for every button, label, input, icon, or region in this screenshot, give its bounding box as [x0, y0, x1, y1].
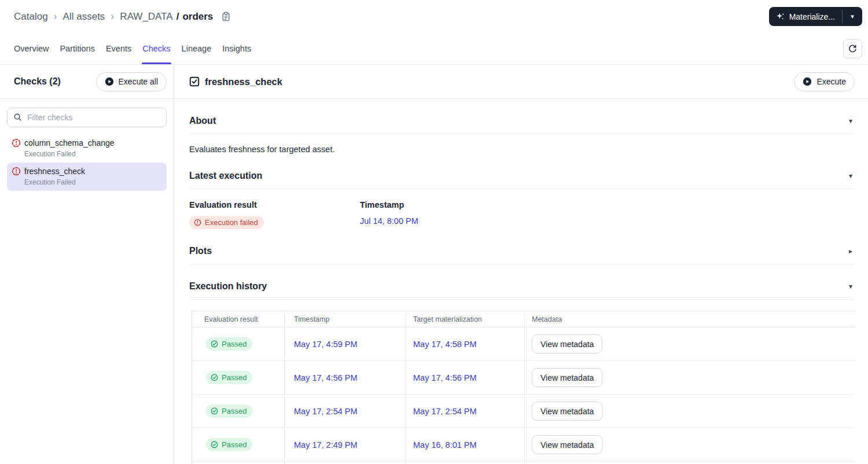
chevron-right-icon: › [54, 11, 57, 21]
asset-key-separator: / [176, 11, 179, 23]
timestamp-link[interactable]: May 17, 4:59 PM [294, 340, 358, 349]
latest-execution-heading: Latest execution [189, 171, 262, 181]
content-area: Checks (2) Execute all [0, 65, 868, 464]
passed-badge: Passed [206, 404, 252, 418]
detail-header: freshness_check Execute [174, 65, 868, 99]
breadcrumb: Catalog › All assets › RAW_DATA / orders [14, 11, 231, 23]
view-metadata-button[interactable]: View metadata [532, 402, 602, 421]
search-icon [13, 113, 22, 124]
check-circle-icon [211, 340, 218, 348]
view-metadata-button[interactable]: View metadata [532, 368, 602, 387]
table-row: Passed May 17, 2:54 PM May 17, 2:54 PM V… [192, 395, 855, 428]
check-title: freshness_check [205, 76, 282, 87]
target-materialization-link[interactable]: May 16, 8:01 PM [413, 440, 477, 450]
asset-tabs: Overview Partitions Events Checks Lineag… [14, 33, 251, 64]
timestamp-link[interactable]: May 17, 4:56 PM [294, 373, 358, 382]
top-bar: Catalog › All assets › RAW_DATA / orders [0, 0, 868, 33]
refresh-button[interactable] [843, 39, 862, 58]
divider [189, 189, 855, 189]
breadcrumb-item-asset[interactable]: RAW_DATA / orders [120, 11, 213, 23]
evaluation-result-column: Evaluation result Exe [189, 200, 360, 229]
breadcrumb-item-all-assets[interactable]: All assets [63, 11, 105, 23]
execution-history-heading: Execution history [189, 281, 267, 292]
breadcrumb-item-catalog[interactable]: Catalog [14, 11, 48, 23]
check-detail-panel: freshness_check Execute About ▾ [174, 65, 868, 464]
section-about: About ▾ Evaluates freshness for targeted… [189, 99, 855, 154]
target-materialization-link[interactable]: May 17, 4:58 PM [413, 340, 477, 349]
execute-all-label: Execute all [119, 77, 158, 86]
table-row-partial [192, 462, 855, 464]
execution-failed-icon [12, 138, 21, 148]
check-status: Execution Failed [24, 150, 162, 158]
caret-down-icon[interactable]: ▾ [849, 172, 855, 180]
tab-lineage[interactable]: Lineage [182, 33, 212, 64]
materialize-button[interactable]: Materialize... [769, 7, 842, 26]
passed-badge-label: Passed [222, 407, 247, 415]
target-materialization-link[interactable]: May 17, 2:54 PM [413, 407, 477, 416]
passed-badge: Passed [206, 438, 252, 451]
asset-key-name: orders [182, 11, 213, 23]
execute-all-button[interactable]: Execute all [96, 72, 167, 91]
execution-failed-badge-label: Execution failed [205, 218, 258, 227]
passed-badge-label: Passed [222, 340, 247, 348]
caret-down-icon[interactable]: ▾ [849, 282, 855, 290]
caret-down-icon[interactable]: ▾ [849, 117, 855, 125]
tab-events[interactable]: Events [106, 33, 131, 64]
materialize-label: Materialize... [789, 12, 835, 21]
plots-section-header[interactable]: Plots ▸ [189, 246, 855, 256]
column-header-target-materialization: Target materialization [406, 311, 525, 327]
check-name: column_schema_change [24, 138, 115, 148]
checks-sidebar: Checks (2) Execute all [0, 65, 174, 464]
sidebar-header: Checks (2) Execute all [0, 65, 174, 99]
passed-badge-label: Passed [222, 440, 247, 449]
table-header-row: Evaluation result Timestamp Target mater… [192, 311, 855, 327]
execution-failed-icon [12, 167, 21, 176]
caret-right-icon[interactable]: ▸ [849, 247, 855, 255]
materialize-split-button: Materialize... ▾ [769, 7, 862, 26]
divider [189, 134, 855, 134]
check-circle-icon [211, 407, 218, 415]
about-section-header[interactable]: About ▾ [189, 116, 855, 126]
execution-failed-badge: Execution failed [189, 216, 264, 229]
materialize-dropdown-button[interactable]: ▾ [843, 7, 862, 26]
check-circle-icon [211, 441, 218, 448]
column-header-timestamp: Timestamp [285, 311, 406, 327]
check-list: column_schema_change Execution Failed fr… [0, 134, 174, 191]
timestamp-label: Timestamp [360, 200, 531, 209]
section-latest-execution: Latest execution ▾ Evaluation result [189, 154, 855, 229]
asset-key-prefix: RAW_DATA [120, 11, 172, 23]
latest-execution-section-header[interactable]: Latest execution ▾ [189, 171, 855, 181]
tab-insights[interactable]: Insights [222, 33, 251, 64]
evaluation-result-label: Evaluation result [189, 200, 360, 209]
check-list-item-column-schema-change[interactable]: column_schema_change Execution Failed [7, 134, 167, 163]
execute-button[interactable]: Execute [794, 72, 855, 91]
view-metadata-button[interactable]: View metadata [532, 435, 602, 454]
execution-history-section-header[interactable]: Execution history ▾ [189, 281, 855, 292]
tab-overview[interactable]: Overview [14, 33, 49, 64]
play-circle-icon [803, 77, 812, 86]
target-materialization-link[interactable]: May 17, 4:56 PM [413, 373, 477, 382]
play-circle-icon [105, 77, 114, 86]
table-row: Passed May 17, 4:59 PM May 17, 4:58 PM V… [192, 327, 855, 361]
asset-tabs-row: Overview Partitions Events Checks Lineag… [0, 33, 868, 65]
copy-icon[interactable] [221, 12, 231, 21]
passed-badge-label: Passed [222, 373, 247, 382]
tab-partitions[interactable]: Partitions [60, 33, 94, 64]
execution-history-table: Evaluation result Timestamp Target mater… [192, 311, 855, 464]
about-heading: About [189, 116, 216, 126]
timestamp-column: Timestamp Jul 14, 8:00 PM [360, 200, 531, 229]
caret-down-icon: ▾ [851, 13, 854, 20]
check-list-item-freshness-check[interactable]: freshness_check Execution Failed [7, 163, 167, 191]
filter-wrap [7, 108, 167, 127]
check-status: Execution Failed [24, 178, 162, 186]
check-name: freshness_check [24, 167, 85, 176]
table-row: Passed May 17, 2:49 PM May 16, 8:01 PM V… [192, 428, 855, 462]
tab-checks[interactable]: Checks [142, 33, 170, 64]
timestamp-link[interactable]: May 17, 2:54 PM [294, 407, 358, 416]
filter-checks-input[interactable] [7, 108, 167, 127]
timestamp-link[interactable]: May 17, 2:49 PM [294, 440, 358, 450]
latest-timestamp-link[interactable]: Jul 14, 8:00 PM [360, 216, 418, 226]
column-header-metadata: Metadata [525, 311, 855, 327]
chevron-right-icon: › [111, 11, 114, 21]
view-metadata-button[interactable]: View metadata [532, 334, 602, 353]
